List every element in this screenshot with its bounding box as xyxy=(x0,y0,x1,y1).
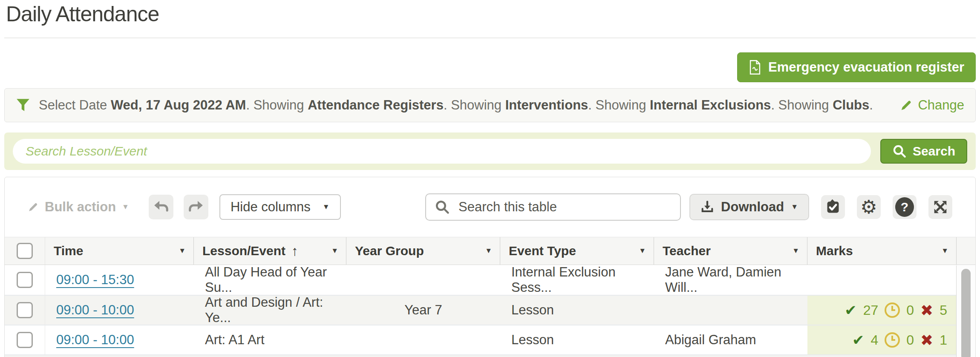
late-clock-icon xyxy=(885,332,900,348)
event-type-cell: Internal Exclusion Sess... xyxy=(500,265,654,295)
pencil-icon xyxy=(900,99,913,112)
daily-attendance-page: Daily Attendance Emergency evacuation re… xyxy=(0,0,980,357)
change-filters-link[interactable]: Change xyxy=(900,98,964,113)
year-group-cell xyxy=(346,325,500,354)
table-row: 09:00 - 10:00 Art and Design / Art: Ye..… xyxy=(5,295,975,325)
late-count: 0 xyxy=(906,332,914,348)
column-menu-icon[interactable]: ▼ xyxy=(634,247,646,255)
lesson-event-cell: Art and Design / Art: Ye... xyxy=(194,296,346,325)
event-type-cell: Lesson xyxy=(500,325,654,354)
redo-icon xyxy=(188,199,204,215)
filter-text-segment: Select Date xyxy=(39,98,111,112)
emergency-evacuation-register-button[interactable]: Emergency evacuation register xyxy=(737,52,976,82)
late-count: 0 xyxy=(906,302,914,318)
search-icon xyxy=(892,144,907,158)
filter-text-segment: . Showing xyxy=(246,98,308,112)
absent-count: 1 xyxy=(940,332,947,348)
marks-cell xyxy=(807,265,957,295)
row-checkbox-cell xyxy=(5,296,45,325)
question-mark: ? xyxy=(901,200,908,214)
filter-interventions: Interventions xyxy=(505,98,588,112)
year-group-cell xyxy=(346,265,500,295)
column-header-time[interactable]: Time ▼ xyxy=(45,237,194,265)
column-menu-icon[interactable]: ▼ xyxy=(174,247,186,255)
filter-date-value: Wed, 17 Aug 2022 AM xyxy=(111,98,246,112)
hide-columns-button[interactable]: Hide columns ▼ xyxy=(219,194,341,220)
download-button[interactable]: Download ▼ xyxy=(689,194,809,220)
column-menu-icon[interactable]: ▼ xyxy=(788,247,799,255)
hide-columns-label: Hide columns xyxy=(231,199,311,215)
marks-cell: ✔ 27 0 ✖ 5 xyxy=(807,296,957,325)
filter-summary-bar: Select Date Wed, 17 Aug 2022 AM. Showing… xyxy=(4,88,976,122)
vertical-scrollbar[interactable] xyxy=(956,265,975,357)
scrollbar-thumb[interactable] xyxy=(961,269,971,357)
lesson-event-cell: Art: A1 Art xyxy=(194,325,346,354)
row-checkbox-cell xyxy=(5,325,45,354)
absent-cross-icon: ✖ xyxy=(920,302,933,319)
table-row: 09:00 - 10:00 Art: A1 Art Lesson Abigail… xyxy=(5,325,975,354)
present-check-icon: ✔ xyxy=(852,331,865,348)
time-link[interactable]: 09:00 - 10:00 xyxy=(56,332,134,348)
time-cell: 09:00 - 10:00 xyxy=(45,296,194,325)
fullscreen-button[interactable] xyxy=(928,195,952,219)
column-label: Marks xyxy=(816,244,853,258)
question-circle-icon: ? xyxy=(895,197,914,217)
column-header-year-group[interactable]: Year Group ▼ xyxy=(346,237,500,265)
change-link-label: Change xyxy=(918,98,964,113)
column-label: Year Group xyxy=(355,244,424,258)
chevron-down-icon: ▼ xyxy=(323,203,330,211)
event-type-cell: Lesson xyxy=(500,296,654,325)
filter-text-segment: . Showing xyxy=(588,98,650,112)
select-all-checkbox[interactable] xyxy=(17,243,33,259)
filter-text-segment: . Showing xyxy=(771,98,833,112)
lesson-event-cell: All Day Head of Year Su... xyxy=(194,265,346,295)
search-button[interactable]: Search xyxy=(880,139,967,164)
undo-icon xyxy=(153,199,169,215)
column-label: Time xyxy=(54,244,83,258)
row-checkbox[interactable] xyxy=(17,272,33,288)
column-header-marks[interactable]: Marks ▼ xyxy=(807,237,957,265)
table-header-row: Time ▼ Lesson/Event ↑ ▼ Year Group ▼ Eve… xyxy=(5,237,975,265)
sort-ascending-icon: ↑ xyxy=(291,243,298,259)
marksheet-button[interactable] xyxy=(821,195,845,219)
settings-button[interactable]: ⚙ xyxy=(857,195,881,219)
column-header-event-type[interactable]: Event Type ▼ xyxy=(500,237,654,265)
search-button-label: Search xyxy=(913,144,955,158)
row-checkbox-cell xyxy=(5,265,45,295)
filter-funnel-icon xyxy=(16,98,30,112)
download-icon xyxy=(700,200,714,214)
search-icon xyxy=(435,199,450,215)
column-label: Teacher xyxy=(663,244,711,258)
present-check-icon: ✔ xyxy=(845,302,857,319)
absent-cross-icon: ✖ xyxy=(920,331,933,349)
expand-arrows-icon xyxy=(932,199,948,215)
filter-attendance-registers: Attendance Registers xyxy=(308,98,444,112)
help-button[interactable]: ? xyxy=(893,195,917,219)
attendance-table-card: Bulk action ▼ xyxy=(4,177,976,357)
time-cell: 09:00 - 10:00 xyxy=(45,325,194,354)
column-header-teacher[interactable]: Teacher ▼ xyxy=(654,237,807,265)
column-menu-icon[interactable]: ▼ xyxy=(327,247,338,255)
marks-cell: ✔ 4 0 ✖ 1 xyxy=(807,325,957,354)
row-checkbox[interactable] xyxy=(17,302,33,318)
row-checkbox[interactable] xyxy=(17,332,33,348)
check-square-icon xyxy=(825,199,841,215)
time-link[interactable]: 09:00 - 10:00 xyxy=(56,302,134,318)
undo-button[interactable] xyxy=(149,195,173,219)
bulk-action-button[interactable]: Bulk action ▼ xyxy=(28,199,129,215)
filter-internal-exclusions: Internal Exclusions xyxy=(650,98,771,112)
lesson-search-input[interactable] xyxy=(13,139,871,164)
table-search-input[interactable] xyxy=(458,199,677,215)
time-link[interactable]: 09:00 - 15:30 xyxy=(56,272,134,288)
lesson-search-panel: Search xyxy=(4,132,976,170)
table-row-partial xyxy=(5,354,975,357)
pencil-icon xyxy=(28,202,39,213)
late-clock-icon xyxy=(885,302,900,318)
redo-button[interactable] xyxy=(184,195,208,219)
absent-count: 5 xyxy=(940,302,947,318)
filter-text-segment: . xyxy=(869,98,873,112)
column-header-lesson-event[interactable]: Lesson/Event ↑ ▼ xyxy=(194,237,346,265)
column-menu-icon[interactable]: ▼ xyxy=(481,247,492,255)
column-menu-icon[interactable]: ▼ xyxy=(937,247,948,255)
teacher-cell: Abigail Graham xyxy=(654,325,807,354)
